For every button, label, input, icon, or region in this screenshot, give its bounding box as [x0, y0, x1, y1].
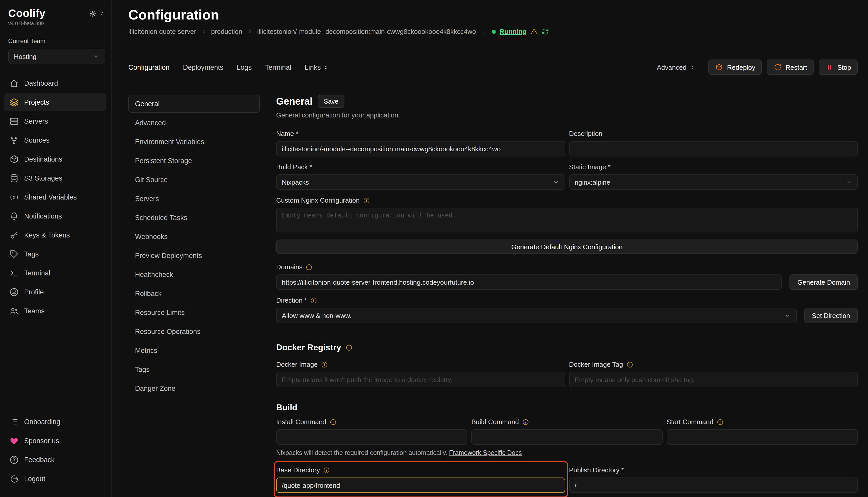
direction-select[interactable]: Allow www & non-www.: [276, 308, 796, 323]
status-running-link[interactable]: Running: [500, 28, 527, 36]
description-input[interactable]: [569, 141, 858, 156]
info-icon[interactable]: [329, 418, 336, 426]
subnav-tags[interactable]: Tags: [128, 360, 260, 379]
sidebar-item-keys-tokens[interactable]: Keys & Tokens: [4, 226, 106, 244]
generate-nginx-button[interactable]: Generate Default Nginx Configuration: [276, 240, 858, 254]
info-icon[interactable]: [310, 297, 317, 304]
nixpacks-note: Nixpacks will detect the required config…: [276, 449, 447, 456]
subnav-environment-variables[interactable]: Environment Variables: [128, 133, 260, 151]
subnav-rollback[interactable]: Rollback: [128, 285, 260, 303]
sidebar-footer-nav: Onboarding Sponsor us Feedback Logout: [4, 413, 106, 488]
name-input[interactable]: [276, 141, 565, 156]
framework-docs-link[interactable]: Framework Specific Docs: [449, 449, 522, 456]
base-directory-input[interactable]: [276, 478, 565, 493]
subnav-servers[interactable]: Servers: [128, 190, 260, 208]
app-version: v4.0.0-beta.399: [8, 20, 105, 26]
page-title: Configuration: [128, 7, 858, 23]
database-icon: [9, 173, 19, 183]
domains-input[interactable]: [276, 274, 782, 290]
sidebar-item-tags[interactable]: Tags: [4, 245, 106, 263]
docker-image-label: Docker Image: [276, 360, 318, 369]
sidebar-item-label: Shared Variables: [24, 193, 77, 201]
restart-button[interactable]: Restart: [767, 59, 814, 75]
start-command-input[interactable]: [666, 429, 858, 445]
save-button[interactable]: Save: [318, 95, 345, 108]
install-command-input[interactable]: [276, 429, 467, 445]
info-icon[interactable]: [716, 418, 724, 426]
team-select[interactable]: Hosting: [8, 49, 105, 64]
info-icon[interactable]: [345, 344, 353, 351]
current-team-label: Current Team: [8, 38, 105, 45]
refresh-icon[interactable]: [541, 28, 549, 36]
set-direction-button[interactable]: Set Direction: [804, 308, 858, 323]
base-directory-label: Base Directory: [276, 466, 320, 474]
subnav-persistent-storage[interactable]: Persistent Storage: [128, 152, 260, 170]
theme-chevrons-icon[interactable]: [99, 11, 105, 17]
info-icon[interactable]: [626, 361, 633, 368]
tab-terminal[interactable]: Terminal: [265, 63, 291, 71]
sidebar-item-shared-variables[interactable]: (x) Shared Variables: [4, 188, 106, 206]
docker-image-input[interactable]: [276, 372, 565, 387]
stop-button[interactable]: Stop: [819, 59, 858, 75]
breadcrumb-project[interactable]: illicitonion quote server: [128, 28, 196, 36]
sidebar-item-feedback[interactable]: Feedback: [4, 451, 106, 469]
subnav-metrics[interactable]: Metrics: [128, 342, 260, 359]
sidebar-item-onboarding[interactable]: Onboarding: [4, 413, 106, 431]
subnav-scheduled-tasks[interactable]: Scheduled Tasks: [128, 209, 260, 227]
sidebar-item-teams[interactable]: Teams: [4, 302, 106, 320]
subnav-webhooks[interactable]: Webhooks: [128, 228, 260, 246]
sidebar-item-logout[interactable]: Logout: [4, 470, 106, 488]
docker-image-tag-input[interactable]: [569, 372, 858, 387]
subnav-resource-operations[interactable]: Resource Operations: [128, 323, 260, 341]
breadcrumb-application[interactable]: illicitestonion/-module--decomposition:m…: [257, 28, 476, 36]
theme-sun-icon[interactable]: [89, 10, 97, 17]
sidebar-item-servers[interactable]: Servers: [4, 112, 106, 130]
subnav-danger-zone[interactable]: Danger Zone: [128, 380, 260, 397]
subnav-preview-deployments[interactable]: Preview Deployments: [128, 247, 260, 265]
info-icon[interactable]: [306, 264, 313, 271]
sidebar-item-s3-storages[interactable]: S3 Storages: [4, 169, 106, 187]
info-icon[interactable]: [522, 418, 529, 426]
tab-deployments[interactable]: Deployments: [183, 63, 223, 71]
info-icon[interactable]: [321, 361, 328, 368]
subnav-general[interactable]: General: [128, 95, 260, 113]
sidebar-item-sponsor[interactable]: Sponsor us: [4, 432, 106, 450]
sidebar-item-dashboard[interactable]: Dashboard: [4, 74, 106, 92]
chevron-down-icon: [552, 179, 559, 186]
nginx-config-textarea[interactable]: [276, 208, 858, 232]
publish-directory-input[interactable]: [569, 478, 858, 493]
build-command-input[interactable]: [471, 429, 663, 445]
subnav-git-source[interactable]: Git Source: [128, 171, 260, 189]
generate-domain-button[interactable]: Generate Domain: [790, 274, 858, 290]
tabbar: Configuration Deployments Logs Terminal …: [128, 59, 858, 75]
brand-logo[interactable]: Coolify: [8, 7, 45, 19]
description-label: Description: [569, 130, 602, 138]
sidebar-item-notifications[interactable]: Notifications: [4, 207, 106, 225]
sidebar-item-sources[interactable]: Sources: [4, 131, 106, 149]
chevrons-updown-icon: [689, 64, 695, 71]
static-image-select[interactable]: nginx:alpine: [569, 174, 858, 190]
sidebar-item-label: Notifications: [24, 212, 62, 220]
subnav-resource-limits[interactable]: Resource Limits: [128, 304, 260, 322]
docker-image-tag-label: Docker Image Tag: [569, 360, 623, 369]
sidebar-item-profile[interactable]: Profile: [4, 283, 106, 301]
sidebar-item-destinations[interactable]: Destinations: [4, 150, 106, 168]
direction-value: Allow www & non-www.: [282, 312, 352, 319]
advanced-dropdown[interactable]: Advanced: [657, 63, 695, 71]
subnav-healthcheck[interactable]: Healthcheck: [128, 266, 260, 284]
sidebar-item-projects[interactable]: Projects: [4, 93, 106, 111]
tab-logs[interactable]: Logs: [237, 63, 252, 71]
sidebar-item-terminal[interactable]: Terminal: [4, 264, 106, 282]
info-icon[interactable]: [323, 467, 330, 474]
info-icon[interactable]: [363, 197, 370, 204]
tab-configuration[interactable]: Configuration: [128, 63, 170, 71]
domains-label: Domains: [276, 263, 303, 271]
static-image-label: Static Image *: [569, 163, 610, 171]
subnav-advanced[interactable]: Advanced: [128, 114, 260, 132]
breadcrumb-environment[interactable]: production: [211, 28, 242, 36]
build-pack-select[interactable]: Nixpacks: [276, 174, 565, 190]
tab-links[interactable]: Links: [305, 63, 330, 71]
redeploy-button[interactable]: Redeploy: [708, 59, 762, 75]
bell-icon: [9, 211, 19, 221]
chevrons-updown-icon: [323, 64, 330, 71]
